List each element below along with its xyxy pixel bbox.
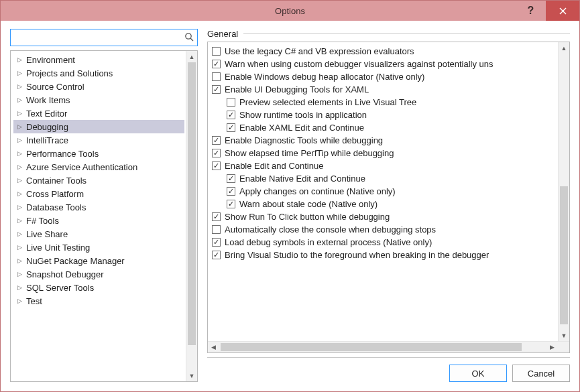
tree-item-label: Performance Tools xyxy=(26,149,99,159)
option-row[interactable]: Show runtime tools in application xyxy=(212,109,557,121)
expander-icon[interactable]: ▷ xyxy=(16,204,23,210)
option-row[interactable]: Show Run To Click button while debugging xyxy=(212,210,557,223)
scroll-up-button[interactable]: ▲ xyxy=(186,51,197,62)
checkbox[interactable] xyxy=(212,149,221,157)
expander-icon[interactable]: ▷ xyxy=(16,244,23,251)
option-row[interactable]: Apply changes on continue (Native only) xyxy=(212,185,557,198)
option-row[interactable]: Preview selected elements in Live Visual… xyxy=(212,96,557,109)
tree-item[interactable]: ▷Live Unit Testing xyxy=(13,241,184,254)
checkbox[interactable] xyxy=(212,225,221,234)
tree-item[interactable]: ▷Source Control xyxy=(13,80,184,93)
options-hscrollbar[interactable]: ◀ ▶ xyxy=(208,341,569,352)
expander-icon[interactable]: ▷ xyxy=(16,298,23,304)
search-input[interactable] xyxy=(10,29,198,46)
tree-item[interactable]: ▷Live Share xyxy=(13,227,184,241)
ok-button[interactable]: OK xyxy=(449,365,507,382)
tree-item[interactable]: ▷F# Tools xyxy=(13,214,184,227)
option-row[interactable]: Enable Windows debug heap allocator (Nat… xyxy=(212,70,557,83)
tree-item[interactable]: ▷SQL Server Tools xyxy=(13,281,184,294)
option-row[interactable]: Enable XAML Edit and Continue xyxy=(212,121,557,134)
expander-icon[interactable]: ▷ xyxy=(16,110,23,117)
option-row[interactable]: Enable Edit and Continue xyxy=(212,159,557,172)
checkbox[interactable] xyxy=(227,98,235,107)
expander-icon[interactable]: ▷ xyxy=(16,96,23,103)
tree-item[interactable]: ▷Cross Platform xyxy=(13,187,184,200)
tree-item[interactable]: ▷Debugging xyxy=(13,120,184,133)
expander-icon[interactable]: ▷ xyxy=(16,271,23,277)
option-row[interactable]: Enable UI Debugging Tools for XAML xyxy=(212,83,557,96)
scroll-thumb[interactable] xyxy=(188,62,196,345)
tree-item[interactable]: ▷Database Tools xyxy=(13,200,184,214)
tree-item[interactable]: ▷Performance Tools xyxy=(13,147,184,160)
tree-item[interactable]: ▷Environment xyxy=(13,53,184,66)
hscroll-thumb[interactable] xyxy=(221,343,522,351)
scroll-left-button[interactable]: ◀ xyxy=(208,342,219,352)
option-row[interactable]: Warn when using custom debugger visualiz… xyxy=(212,58,557,70)
section-divider xyxy=(243,34,570,34)
tree-item[interactable]: ▷IntelliTrace xyxy=(13,133,184,147)
tree-item[interactable]: ▷Work Items xyxy=(13,93,184,107)
expander-icon[interactable]: ▷ xyxy=(16,137,23,143)
option-row[interactable]: Load debug symbols in external process (… xyxy=(212,236,557,249)
search-icon[interactable] xyxy=(184,32,194,44)
option-row[interactable]: Warn about stale code (Native only) xyxy=(212,198,557,210)
scroll-right-button[interactable]: ▶ xyxy=(546,342,558,352)
option-label: Preview selected elements in Live Visual… xyxy=(239,97,416,107)
checkbox[interactable] xyxy=(227,200,235,208)
scroll-down-button[interactable]: ▼ xyxy=(559,330,569,341)
expander-icon[interactable]: ▷ xyxy=(16,231,23,237)
cancel-button[interactable]: Cancel xyxy=(512,365,570,382)
expander-icon[interactable]: ▷ xyxy=(16,190,23,197)
option-row[interactable]: Bring Visual Studio to the foreground wh… xyxy=(212,249,557,261)
expander-icon[interactable]: ▷ xyxy=(16,177,23,184)
scroll-track[interactable] xyxy=(559,54,569,330)
section-header: General xyxy=(207,29,570,39)
option-row[interactable]: Use the legacy C# and VB expression eval… xyxy=(212,45,557,58)
hscroll-track[interactable] xyxy=(219,342,546,352)
checkbox[interactable] xyxy=(212,251,221,259)
expander-icon[interactable]: ▷ xyxy=(16,56,23,63)
option-row[interactable]: Enable Native Edit and Continue xyxy=(212,172,557,185)
checkbox[interactable] xyxy=(212,161,221,170)
checkbox[interactable] xyxy=(212,85,221,94)
tree-item[interactable]: ▷NuGet Package Manager xyxy=(13,254,184,267)
checkbox[interactable] xyxy=(227,111,235,119)
tree-scrollbar[interactable]: ▲ ▼ xyxy=(186,51,197,381)
expander-icon[interactable]: ▷ xyxy=(16,217,23,224)
expander-icon[interactable]: ▷ xyxy=(16,70,23,76)
expander-icon[interactable]: ▷ xyxy=(16,257,23,264)
tree-item[interactable]: ▷Snapshot Debugger xyxy=(13,267,184,281)
category-tree[interactable]: ▷Environment▷Projects and Solutions▷Sour… xyxy=(11,51,186,381)
options-vscrollbar[interactable]: ▲ ▼ xyxy=(558,42,569,341)
checkbox[interactable] xyxy=(227,187,235,196)
checkbox[interactable] xyxy=(212,238,221,247)
option-row[interactable]: Show elapsed time PerfTip while debuggin… xyxy=(212,147,557,159)
options-list[interactable]: Use the legacy C# and VB expression eval… xyxy=(208,42,558,341)
checkbox[interactable] xyxy=(212,47,221,56)
expander-icon[interactable]: ▷ xyxy=(16,284,23,291)
checkbox[interactable] xyxy=(212,136,221,145)
tree-item[interactable]: ▷Container Tools xyxy=(13,174,184,187)
checkbox[interactable] xyxy=(212,60,221,68)
expander-icon[interactable]: ▷ xyxy=(16,150,23,157)
scroll-down-button[interactable]: ▼ xyxy=(186,370,197,381)
tree-item[interactable]: ▷Test xyxy=(13,294,184,308)
checkbox[interactable] xyxy=(227,123,235,132)
expander-icon[interactable]: ▷ xyxy=(16,83,23,90)
expander-icon[interactable]: ▷ xyxy=(16,123,23,130)
expander-icon[interactable]: ▷ xyxy=(16,164,23,170)
scroll-up-button[interactable]: ▲ xyxy=(559,42,569,54)
checkbox[interactable] xyxy=(212,212,221,221)
tree-item[interactable]: ▷Azure Service Authentication xyxy=(13,160,184,174)
option-row[interactable]: Enable Diagnostic Tools while debugging xyxy=(212,134,557,147)
option-row[interactable]: Automatically close the console when deb… xyxy=(212,223,557,236)
checkbox[interactable] xyxy=(227,174,235,183)
help-button[interactable]: ? xyxy=(516,1,546,21)
option-label: Load debug symbols in external process (… xyxy=(225,237,432,247)
close-button[interactable] xyxy=(546,1,579,21)
tree-item[interactable]: ▷Text Editor xyxy=(13,107,184,120)
tree-item[interactable]: ▷Projects and Solutions xyxy=(13,66,184,80)
checkbox[interactable] xyxy=(212,72,221,81)
scroll-thumb[interactable] xyxy=(560,186,568,324)
scroll-track[interactable] xyxy=(186,62,197,370)
